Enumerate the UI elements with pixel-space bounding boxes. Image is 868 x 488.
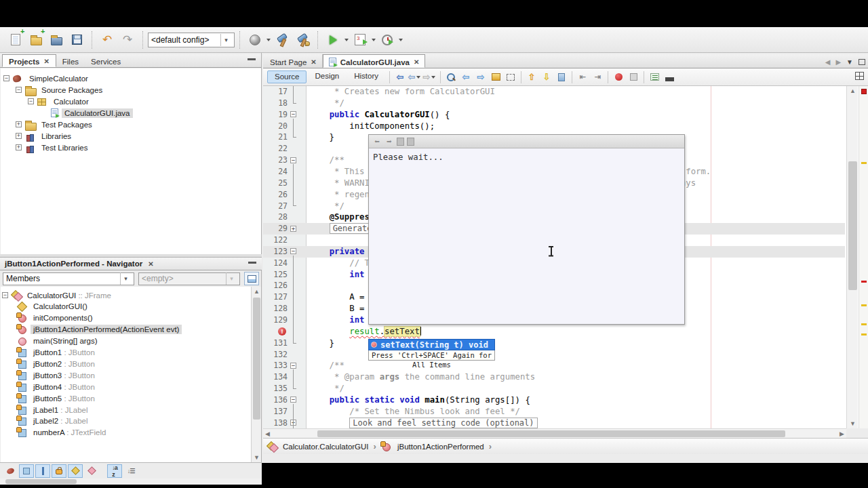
error-stripe[interactable]: [859, 86, 868, 428]
breadcrumb-item-calculator-calculatorgui[interactable]: Calculator.CalculatorGUI: [283, 443, 369, 451]
save-all-button[interactable]: [68, 31, 85, 49]
scrollbar-thumb[interactable]: [317, 430, 785, 437]
show-inner-classes-button[interactable]: [84, 464, 99, 478]
debug-project-button[interactable]: [351, 31, 369, 49]
scroll-left-icon[interactable]: ◀: [265, 430, 270, 438]
tree-item-numbera[interactable]: numberA : JTextField: [17, 427, 108, 439]
scroll-up-icon[interactable]: ▲: [847, 86, 859, 96]
code-line-130[interactable]: ! result.setText: [263, 326, 845, 338]
tree-item-main-string-args-[interactable]: main(String[] args): [17, 336, 100, 347]
tab-calculatorgui-java[interactable]: CalculatorGUI.java ✕: [323, 54, 426, 68]
tab-services[interactable]: Services: [85, 54, 127, 67]
split-window-icon[interactable]: [855, 72, 864, 80]
uncomment-button[interactable]: [662, 70, 677, 84]
next-bookmark-button[interactable]: ⇩: [539, 70, 554, 84]
close-icon[interactable]: ✕: [414, 58, 419, 66]
rectangular-selection-button[interactable]: [503, 70, 518, 84]
start-macro-recording-button[interactable]: [611, 70, 626, 84]
collapse-icon[interactable]: −: [2, 292, 8, 298]
collapse-icon[interactable]: −: [3, 75, 9, 81]
code-line-136[interactable]: 136− public static void main(String args…: [263, 394, 845, 406]
navigator-inspect-combobox[interactable]: <empty> ▾: [138, 272, 240, 285]
previous-bookmark-button[interactable]: ⇧: [524, 70, 539, 84]
code-line-131[interactable]: 131 }: [263, 338, 845, 349]
expand-icon[interactable]: +: [16, 144, 22, 150]
find-selection-button[interactable]: [443, 70, 458, 84]
expand-icon[interactable]: +: [16, 133, 22, 139]
collapsed-fold-box[interactable]: Look and feel setting code (optional): [349, 418, 537, 428]
code-line-137[interactable]: 137 /* Set the Nimbus look and feel */: [263, 406, 845, 418]
show-inherited-members-button[interactable]: [3, 464, 18, 478]
back-arrow-icon[interactable]: ⬅: [372, 137, 382, 146]
fold-collapse-icon[interactable]: −: [290, 363, 296, 369]
tree-item-calculatorgui-[interactable]: CalculatorGUI(): [17, 301, 90, 312]
sort-by-source-button[interactable]: ↓☰: [123, 464, 138, 478]
fold-collapse-icon[interactable]: −: [290, 396, 296, 403]
chevron-down-icon[interactable]: [399, 39, 403, 41]
open-project-button[interactable]: [47, 31, 65, 49]
scroll-tabs-left-icon[interactable]: ◀: [825, 58, 831, 66]
chevron-down-icon[interactable]: [267, 39, 271, 41]
collapse-icon[interactable]: −: [28, 98, 34, 104]
navigator-filter-combobox[interactable]: Members ▾: [3, 272, 134, 285]
editor-vscrollbar[interactable]: ▲ ▼: [846, 86, 858, 428]
minimize-icon[interactable]: [248, 262, 256, 264]
set-configuration-button[interactable]: [246, 31, 264, 49]
collapse-icon[interactable]: −: [16, 87, 22, 93]
scrollbar-thumb[interactable]: [5, 479, 77, 484]
code-line-133[interactable]: 133− /**: [263, 360, 845, 371]
warning-stripe-mark[interactable]: [861, 323, 867, 325]
tree-item-simplecalculator[interactable]: −SimpleCalculator: [3, 73, 91, 84]
show-fields-button[interactable]: [19, 464, 34, 478]
tree-item-libraries[interactable]: +Libraries: [16, 130, 74, 142]
show-bar-button[interactable]: [35, 464, 50, 478]
toggle-bookmark-button[interactable]: [554, 70, 569, 84]
tab-start-page[interactable]: Start Page ✕: [264, 54, 323, 68]
code-line-19[interactable]: 19− public CalculatorGUI() {: [263, 109, 845, 121]
code-line-134[interactable]: 134 * @param args the command line argum…: [263, 371, 845, 383]
tree-item-test-libraries[interactable]: +Test Libraries: [16, 142, 90, 153]
show-non-public-members-button[interactable]: [52, 464, 66, 478]
tree-item-jbutton3[interactable]: jButton3 : JButton: [17, 369, 98, 381]
breadcrumb-item-jbutton1actionperformed[interactable]: jButton1ActionPerformed: [397, 443, 484, 451]
tab-list-dropdown-icon[interactable]: ▼: [846, 58, 853, 66]
warning-stripe-mark[interactable]: [861, 304, 867, 306]
warning-stripe-mark[interactable]: [861, 333, 867, 336]
show-static-members-button[interactable]: [68, 464, 83, 478]
scroll-up-icon[interactable]: ▲: [252, 287, 262, 296]
toggle-highlight-button[interactable]: [488, 70, 503, 84]
forward-button[interactable]: ⇨: [422, 70, 437, 84]
minimize-icon[interactable]: [248, 58, 256, 60]
comment-button[interactable]: [647, 70, 662, 84]
clean-build-project-button[interactable]: [294, 31, 311, 49]
stop-macro-recording-button[interactable]: [626, 70, 641, 84]
chevron-down-icon[interactable]: [344, 39, 349, 41]
tree-item-initcomponents-[interactable]: initComponents(): [17, 312, 96, 324]
config-combobox[interactable]: <default config> ▾: [148, 33, 235, 47]
scrollbar-thumb[interactable]: [253, 298, 260, 420]
shift-left-button[interactable]: ⇤: [575, 70, 590, 84]
code-line-132[interactable]: 132: [263, 349, 845, 361]
error-badge-icon[interactable]: !: [278, 327, 286, 336]
fold-collapse-icon[interactable]: −: [290, 157, 296, 163]
tree-item-jbutton5[interactable]: jButton5 : JButton: [17, 392, 98, 404]
completion-item-settext[interactable]: setText(String t) void: [368, 339, 495, 350]
back-button[interactable]: ⇦: [408, 70, 422, 84]
navigator-hscrollbar[interactable]: [0, 479, 262, 485]
profile-project-button[interactable]: [378, 31, 396, 49]
code-line-20[interactable]: 20 initComponents();: [263, 121, 845, 132]
find-previous-button[interactable]: ⇦: [458, 70, 473, 84]
maximize-icon[interactable]: [859, 59, 865, 65]
scroll-tabs-right-icon[interactable]: ▶: [835, 58, 841, 66]
scroll-down-icon[interactable]: ▼: [847, 419, 859, 428]
warning-stripe-mark[interactable]: [861, 162, 867, 164]
tree-item-test-packages[interactable]: +Test Packages: [16, 119, 95, 130]
code-line-138[interactable]: 138+ Look and feel setting code (optiona…: [263, 418, 845, 428]
error-stripe-mark[interactable]: [861, 281, 867, 283]
close-icon[interactable]: ✕: [311, 58, 316, 66]
tree-item-calculatorgui-java[interactable]: CalculatorGUI.java: [51, 107, 133, 119]
tree-item-jlabel1[interactable]: jLabel1 : JLabel: [17, 404, 91, 415]
redo-button[interactable]: ↷: [119, 31, 136, 49]
tree-item-jbutton4[interactable]: jButton4 : JButton: [17, 381, 98, 392]
expand-icon[interactable]: +: [16, 121, 22, 127]
